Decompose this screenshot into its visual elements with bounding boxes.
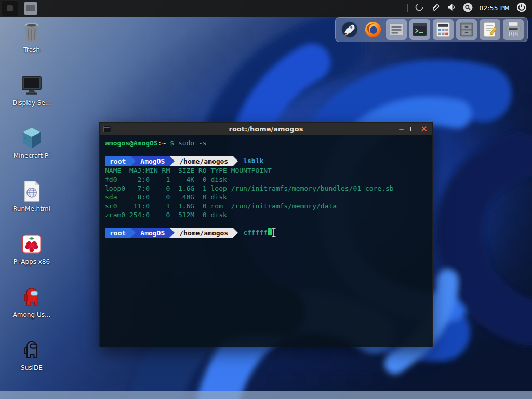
firefox-icon[interactable] <box>363 19 383 40</box>
clipboard-icon[interactable] <box>431 3 440 14</box>
terminal-icon[interactable] <box>409 19 430 40</box>
desktop-icon-label: Display Se... <box>12 99 51 107</box>
window-title: root:/home/amogos <box>100 125 432 133</box>
prompt-user-segment: root <box>105 228 130 238</box>
desktop-icon-pi-apps[interactable]: Pi-Apps x86 <box>7 232 56 285</box>
terminal-output-line: sr0 11:0 1 1.6G 0 rom /run/initramfs/mem… <box>105 202 427 210</box>
search-icon[interactable] <box>463 3 473 15</box>
powerline-arrow-icon <box>233 156 238 166</box>
crewmate-outline-icon <box>19 338 44 363</box>
tray-separator <box>407 4 408 12</box>
powerline-arrow-icon <box>130 156 136 166</box>
desktop-icon-among-us[interactable]: Among Us... <box>7 285 56 338</box>
prompt-path-segment: /home/amogos <box>175 156 233 166</box>
taskbar-window-button[interactable] <box>24 2 37 15</box>
trash-icon <box>19 20 44 45</box>
applications-menu-button[interactable] <box>2 1 18 16</box>
display-icon <box>19 73 44 98</box>
launcher-dock <box>335 17 528 42</box>
terminal-titlebar[interactable]: root:/home/amogos − × <box>100 123 432 135</box>
desktop-icon-display-settings[interactable]: Display Se... <box>7 73 56 126</box>
powerline-arrow-icon <box>130 228 136 238</box>
typed-command: sudo -s <box>178 139 207 147</box>
terminal-window[interactable]: root:/home/amogos − × amogos@AmogOS:~ $ … <box>99 122 433 347</box>
window-icon <box>26 5 35 11</box>
maximize-button[interactable] <box>410 125 415 132</box>
window-switcher-icon[interactable] <box>386 19 407 40</box>
text-editor-icon[interactable] <box>480 19 500 40</box>
close-button[interactable]: × <box>421 125 428 132</box>
maximize-icon <box>410 127 415 131</box>
typed-command: cfffff <box>243 228 268 238</box>
desktop-icon-minecraft-pi[interactable]: Minecraft Pi <box>7 126 56 179</box>
prompt-symbol: $ <box>166 139 178 147</box>
prompt-path-segment: /home/amogos <box>175 228 233 238</box>
calculator-icon[interactable] <box>433 19 454 40</box>
desktop-icon-list: Trash Display Se... <box>7 20 56 391</box>
applications-menu-icon <box>7 5 13 11</box>
desktop-icon-runme-html[interactable]: RunMe.html <box>7 179 56 232</box>
desktop-icon-label: Among Us... <box>13 311 51 318</box>
terminal-output-line: loop0 7:0 0 1.6G 1 loop /run/initramfs/m… <box>105 184 427 193</box>
desktop-icon-label: Pi-Apps x86 <box>14 258 50 265</box>
powerline-arrow-icon <box>169 156 175 166</box>
power-icon[interactable] <box>516 2 527 15</box>
terminal-content[interactable]: amogos@AmogOS:~ $ sudo -s root AmogOS /h… <box>100 135 432 347</box>
powerline-prompt: root AmogOS /home/amogos lsblk <box>105 156 427 166</box>
minecraft-cube-icon <box>19 126 44 151</box>
powerline-arrow-icon <box>233 228 238 238</box>
powerline-prompt: root AmogOS /home/amogos cfffff <box>105 228 427 238</box>
shell-greeting-line: amogos@AmogOS:~ $ sudo -s <box>105 139 427 148</box>
desktop-icon-label: Minecraft Pi <box>14 152 50 159</box>
clock[interactable]: 02:55 PM <box>480 5 510 12</box>
desktop[interactable]: 02:55 PM Trash <box>0 0 532 399</box>
prompt-host-segment: AmogOS <box>136 228 169 238</box>
html-file-icon <box>19 179 44 204</box>
terminal-window-icon <box>103 126 111 132</box>
cwd: :~ <box>158 139 166 147</box>
user-host: amogos@AmogOS <box>105 139 158 147</box>
volume-icon[interactable] <box>447 3 456 14</box>
desktop-icon-trash[interactable]: Trash <box>7 20 56 73</box>
web-browser-icon[interactable] <box>339 19 360 40</box>
terminal-output-line: sda 8:0 0 40G 0 disk <box>105 193 427 202</box>
terminal-output-line: zram0 254:0 0 512M 0 disk <box>105 210 427 219</box>
file-manager-icon[interactable] <box>456 19 477 40</box>
terminal-output-line: NAME MAJ:MIN RM SIZE RO TYPE MOUNTPOINT <box>105 166 427 175</box>
status-spinner-icon[interactable] <box>415 3 424 14</box>
powerline-arrow-icon <box>169 228 175 238</box>
top-panel: 02:55 PM <box>0 0 532 17</box>
crewmate-icon <box>19 285 44 310</box>
prompt-user-segment: root <box>105 156 130 166</box>
paper-shredder-icon[interactable] <box>503 19 524 40</box>
minimize-button[interactable]: − <box>398 125 405 132</box>
raspberry-icon <box>19 232 44 257</box>
prompt-host-segment: AmogOS <box>136 156 169 166</box>
terminal-output-line: fd0 2:0 1 4K 0 disk <box>105 175 427 184</box>
mouse-ibeam-cursor <box>271 228 276 237</box>
desktop-icon-label: RunMe.html <box>13 205 50 212</box>
desktop-icon-label: Trash <box>23 46 40 54</box>
desktop-icon-suside[interactable]: SusIDE <box>7 338 56 391</box>
desktop-icon-label: SusIDE <box>21 364 43 371</box>
typed-command: lsblk <box>243 156 263 166</box>
